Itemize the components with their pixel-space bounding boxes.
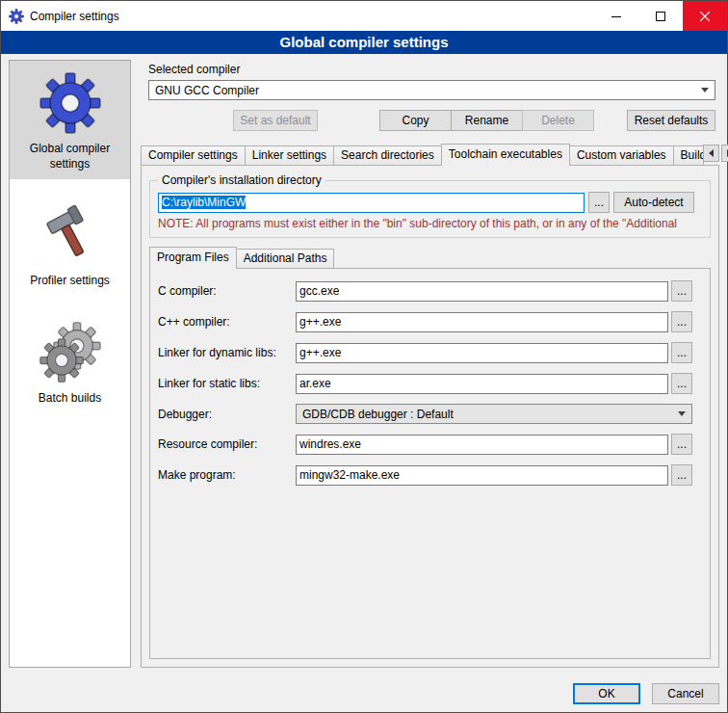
profiler-tool-icon xyxy=(39,204,101,266)
app-icon xyxy=(9,9,24,24)
tab-compiler-settings[interactable]: Compiler settings xyxy=(141,145,246,165)
resource-compiler-label: Resource compiler: xyxy=(158,437,293,451)
debugger-label: Debugger: xyxy=(158,408,293,421)
static-linker-value: ar.exe xyxy=(299,377,331,390)
toolchain-executables-panel: Compiler's installation directory C:\ray… xyxy=(141,165,719,668)
settings-sidebar: Global compiler settings Profiler settin… xyxy=(9,60,131,668)
installation-directory-group: Compiler's installation directory C:\ray… xyxy=(149,173,711,238)
main-panel: Selected compiler GNU GCC Compiler Set a… xyxy=(141,60,719,668)
debugger-value: GDB/CDB debugger : Default xyxy=(302,408,672,421)
maximize-icon[interactable] xyxy=(638,1,683,31)
installation-directory-value: C:\raylib\MinGW xyxy=(162,196,246,209)
dialog-content: Global compiler settings Profiler settin… xyxy=(1,54,727,675)
cpp-compiler-input[interactable]: g++.exe xyxy=(296,312,668,332)
delete-button[interactable]: Delete xyxy=(522,110,594,131)
resource-compiler-input[interactable]: windres.exe xyxy=(296,435,668,455)
tab-build[interactable]: Build xyxy=(673,145,704,165)
close-icon[interactable] xyxy=(683,1,727,31)
tab-linker-settings[interactable]: Linker settings xyxy=(245,145,334,165)
dialog-header: Global compiler settings xyxy=(1,31,727,54)
tab-program-files[interactable]: Program Files xyxy=(149,247,237,269)
make-program-label: Make program: xyxy=(158,468,293,482)
cancel-button[interactable]: Cancel xyxy=(652,683,719,704)
tab-scroll-buttons xyxy=(703,145,728,162)
tab-scroll-left-icon[interactable] xyxy=(703,145,719,162)
debugger-select[interactable]: GDB/CDB debugger : Default xyxy=(296,404,692,424)
tab-additional-paths[interactable]: Additional Paths xyxy=(236,249,335,268)
set-as-default-button[interactable]: Set as default xyxy=(233,110,318,131)
batch-builds-gears-icon xyxy=(39,322,101,383)
minimize-icon[interactable] xyxy=(594,1,638,31)
rename-button[interactable]: Rename xyxy=(451,110,523,131)
browse-directory-button[interactable]: ... xyxy=(588,192,610,213)
gear-icon xyxy=(39,72,101,134)
static-linker-input[interactable]: ar.exe xyxy=(296,374,668,394)
c-compiler-input[interactable]: gcc.exe xyxy=(296,281,668,302)
compiler-select-value: GNU GCC Compiler xyxy=(155,84,695,97)
field-row-dynamic-linker: Linker for dynamic libs: g++.exe ... xyxy=(158,342,692,363)
dynamic-linker-label: Linker for dynamic libs: xyxy=(158,346,293,359)
browse-button[interactable]: ... xyxy=(671,373,692,394)
sidebar-item-global-compiler-settings[interactable]: Global compiler settings xyxy=(10,61,130,179)
reset-defaults-button[interactable]: Reset defaults xyxy=(627,110,715,131)
c-compiler-value: gcc.exe xyxy=(299,284,339,298)
field-row-debugger: Debugger: GDB/CDB debugger : Default xyxy=(158,404,692,424)
installation-directory-row: C:\raylib\MinGW ... Auto-detect xyxy=(158,192,702,213)
dynamic-linker-input[interactable]: g++.exe xyxy=(296,343,668,363)
compiler-select[interactable]: GNU GCC Compiler xyxy=(148,80,715,100)
installation-directory-legend: Compiler's installation directory xyxy=(158,173,325,187)
chevron-down-icon xyxy=(701,88,709,92)
tab-toolchain-executables[interactable]: Toolchain executables xyxy=(441,144,570,166)
compiler-selection-section: Selected compiler GNU GCC Compiler Set a… xyxy=(141,60,719,131)
dialog-footer: OK Cancel xyxy=(1,675,727,712)
chevron-down-icon xyxy=(678,411,686,416)
cpp-compiler-label: C++ compiler: xyxy=(158,315,293,329)
browse-button[interactable]: ... xyxy=(671,311,692,332)
c-compiler-label: C compiler: xyxy=(158,284,293,298)
settings-tabstrip: Compiler settings Linker settings Search… xyxy=(141,144,719,165)
window-controls xyxy=(594,1,727,31)
make-program-value: mingw32-make.exe xyxy=(299,468,400,482)
sidebar-item-label: Profiler settings xyxy=(13,274,127,289)
sidebar-item-profiler-settings[interactable]: Profiler settings xyxy=(10,193,130,297)
static-linker-label: Linker for static libs: xyxy=(158,377,293,390)
installation-directory-input[interactable]: C:\raylib\MinGW xyxy=(158,193,585,213)
sidebar-item-batch-builds[interactable]: Batch builds xyxy=(10,310,130,414)
browse-button[interactable]: ... xyxy=(671,464,692,486)
sidebar-item-label: Batch builds xyxy=(13,391,127,407)
directory-note: NOTE: All programs must exist either in … xyxy=(158,217,702,230)
field-row-make-program: Make program: mingw32-make.exe ... xyxy=(158,464,692,486)
field-row-static-linker: Linker for static libs: ar.exe ... xyxy=(158,373,692,394)
selected-compiler-label: Selected compiler xyxy=(148,63,715,76)
program-files-panel: C compiler: gcc.exe ... C++ compiler: g+… xyxy=(149,268,711,659)
field-row-cpp-compiler: C++ compiler: g++.exe ... xyxy=(158,311,692,332)
tab-search-directories[interactable]: Search directories xyxy=(333,145,442,165)
browse-button[interactable]: ... xyxy=(671,280,692,302)
browse-button[interactable]: ... xyxy=(671,342,692,363)
tab-scroll-right-icon[interactable] xyxy=(721,145,728,162)
copy-button[interactable]: Copy xyxy=(379,110,452,131)
cpp-compiler-value: g++.exe xyxy=(299,315,341,329)
auto-detect-button[interactable]: Auto-detect xyxy=(613,192,694,213)
sidebar-item-label: Global compiler settings xyxy=(13,142,127,172)
browse-button[interactable]: ... xyxy=(671,434,692,455)
dynamic-linker-value: g++.exe xyxy=(299,346,341,359)
field-row-resource-compiler: Resource compiler: windres.exe ... xyxy=(158,434,692,455)
compiler-buttons-row: Set as default Copy Rename Delete Reset … xyxy=(148,110,715,131)
make-program-input[interactable]: mingw32-make.exe xyxy=(296,465,668,486)
titlebar: Compiler settings xyxy=(1,1,727,31)
tab-custom-variables[interactable]: Custom variables xyxy=(569,145,674,165)
programs-subtabstrip: Program Files Additional Paths xyxy=(149,247,711,268)
field-row-c-compiler: C compiler: gcc.exe ... xyxy=(158,280,692,302)
window-title: Compiler settings xyxy=(30,10,119,23)
resource-compiler-value: windres.exe xyxy=(299,437,361,451)
ok-button[interactable]: OK xyxy=(573,683,640,704)
compiler-settings-window: Compiler settings Global compiler settin… xyxy=(0,0,728,713)
